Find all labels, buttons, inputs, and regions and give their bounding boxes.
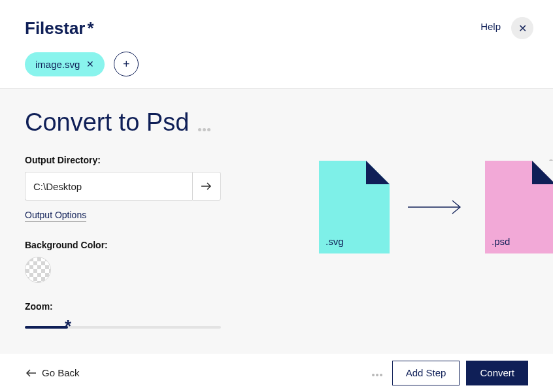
target-file-card: .psd bbox=[485, 161, 553, 253]
source-file-card: .svg bbox=[319, 161, 390, 253]
settings-column: Convert to Psd Output Directory: Output … bbox=[25, 108, 273, 363]
zoom-slider[interactable]: * bbox=[25, 321, 221, 334]
slider-thumb-icon[interactable]: * bbox=[65, 319, 71, 333]
footer: Go Back Add Step Convert bbox=[0, 353, 553, 392]
file-chip-label: image.svg bbox=[35, 59, 80, 70]
app-logo: Filestar * bbox=[25, 18, 94, 39]
close-button[interactable]: ✕ bbox=[511, 17, 533, 39]
add-step-button[interactable]: Add Step bbox=[392, 361, 460, 385]
slider-fill bbox=[25, 326, 68, 329]
topbar: Filestar * Help ✕ bbox=[0, 0, 553, 46]
arrow-left-icon bbox=[25, 368, 37, 378]
convert-arrow-icon bbox=[408, 199, 467, 215]
logo-star-icon: * bbox=[88, 18, 94, 39]
main-panel: Convert to Psd Output Directory: Output … bbox=[0, 88, 553, 363]
file-chip-row: image.svg ✕ + bbox=[0, 46, 553, 88]
add-file-button[interactable]: + bbox=[114, 52, 139, 76]
background-color-label: Background Color: bbox=[25, 240, 273, 250]
browse-directory-button[interactable] bbox=[192, 172, 221, 201]
page-title: Convert to Psd bbox=[25, 108, 189, 137]
plus-icon: + bbox=[123, 57, 130, 71]
remove-file-icon[interactable]: ✕ bbox=[86, 59, 94, 69]
go-back-label: Go Back bbox=[42, 367, 80, 378]
output-directory-label: Output Directory: bbox=[25, 155, 273, 165]
preview-column: .svg .psd bbox=[273, 108, 553, 363]
logo-text: Filestar bbox=[25, 18, 86, 39]
title-more-icon[interactable] bbox=[197, 122, 211, 134]
close-icon: ✕ bbox=[518, 22, 527, 35]
file-chip[interactable]: image.svg ✕ bbox=[25, 52, 105, 76]
go-back-button[interactable]: Go Back bbox=[25, 367, 80, 378]
zoom-label: Zoom: bbox=[25, 301, 273, 312]
output-directory-row bbox=[25, 172, 221, 201]
output-directory-input[interactable] bbox=[25, 172, 192, 201]
footer-more-icon[interactable] bbox=[371, 367, 383, 379]
convert-button[interactable]: Convert bbox=[466, 361, 528, 385]
arrow-right-icon bbox=[201, 182, 212, 191]
target-ext: .psd bbox=[492, 236, 510, 247]
conversion-graphic: .svg .psd bbox=[319, 161, 553, 253]
source-ext: .svg bbox=[326, 236, 344, 247]
background-color-swatch[interactable] bbox=[25, 257, 51, 283]
help-link[interactable]: Help bbox=[480, 21, 501, 32]
output-options-link[interactable]: Output Options bbox=[25, 210, 86, 221]
